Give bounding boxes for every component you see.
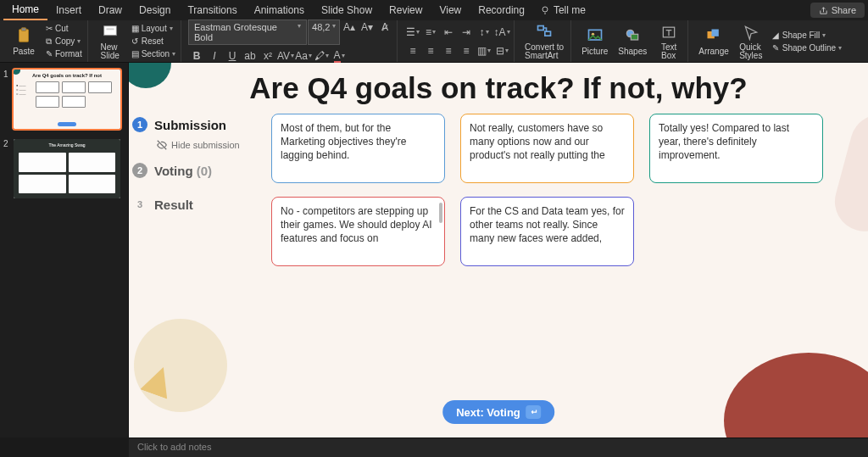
submission-card[interactable]: Most of them, but for the Marketing obje… — [271, 114, 445, 183]
change-case-icon[interactable]: Aa▾ — [295, 48, 312, 64]
layout-button[interactable]: ▦Layout▾ — [129, 22, 177, 35]
submission-cards: Most of them, but for the Marketing obje… — [271, 114, 860, 266]
number-list-icon[interactable]: ≡▾ — [422, 25, 439, 40]
reset-icon: ↺ — [131, 36, 140, 46]
textbox-button[interactable]: Text Box — [654, 21, 684, 62]
quick-styles-button[interactable]: Quick Styles — [736, 21, 766, 62]
font-color-icon[interactable]: A▾ — [331, 48, 348, 64]
ribbon: Paste ✂Cut ⧉Copy▾ ✎Format New Slide ▦Lay… — [0, 20, 868, 63]
underline-icon[interactable]: U — [224, 48, 241, 64]
section-button[interactable]: ▤Section▾ — [129, 47, 177, 60]
bullet-list-icon[interactable]: ☰▾ — [404, 25, 421, 40]
submission-card[interactable]: Totally yes! Compared to last year, ther… — [649, 114, 823, 183]
picture-button[interactable]: Picture — [578, 25, 611, 58]
tab-view[interactable]: View — [431, 1, 470, 20]
hide-submission-button[interactable]: Hide submission — [156, 139, 259, 151]
submission-card[interactable]: For the CS and Data team yes, for other … — [460, 197, 634, 266]
step-number: 3 — [132, 197, 147, 212]
group-insert: Picture Shapes Text Box — [575, 20, 688, 62]
group-smartart: Convert to SmartArt — [518, 20, 571, 62]
smartart-icon — [535, 23, 554, 42]
cut-button[interactable]: ✂Cut — [42, 22, 84, 35]
line-spacing-icon[interactable]: ↕▾ — [476, 25, 492, 40]
tab-design[interactable]: Design — [131, 1, 179, 20]
copy-icon: ⧉ — [44, 36, 53, 46]
reset-button[interactable]: ↺Reset — [129, 35, 177, 47]
submission-card[interactable]: Not really, customers have so many optio… — [460, 114, 634, 183]
tab-home[interactable]: Home — [3, 0, 47, 20]
tab-recording[interactable]: Recording — [470, 1, 533, 20]
next-voting-button[interactable]: Next: Voting — [442, 400, 554, 424]
shapes-button[interactable]: Shapes — [615, 25, 650, 58]
paste-label: Paste — [13, 47, 35, 56]
slide-title[interactable]: Are Q4 goals on track? If not, why? — [129, 71, 868, 105]
tab-review[interactable]: Review — [381, 1, 431, 20]
italic-icon[interactable]: I — [206, 48, 223, 64]
slide-number: 1 — [3, 70, 10, 129]
new-slide-label: New Slide — [101, 43, 120, 60]
subscript-icon[interactable]: x² — [259, 48, 276, 64]
highlight-icon[interactable]: 🖍▾ — [313, 48, 330, 64]
thumbnail-1[interactable]: Are Q4 goals on track? If not ● ——○ ——○ … — [14, 70, 120, 129]
enter-key-icon — [526, 405, 541, 419]
tab-animations[interactable]: Animations — [246, 1, 313, 20]
clear-format-icon[interactable]: A̷ — [376, 20, 393, 35]
tab-transitions[interactable]: Transitions — [179, 1, 245, 20]
slide-canvas[interactable]: Are Q4 goals on track? If not, why? 1 Su… — [129, 63, 868, 437]
share-icon — [819, 6, 828, 15]
svg-rect-6 — [545, 31, 551, 36]
group-arrange: Arrange Quick Styles ◢Shape Fill▾ ✎Shape… — [692, 20, 847, 62]
format-button[interactable]: ✎Format — [42, 47, 84, 60]
textbox-icon — [659, 23, 678, 42]
align-text-icon[interactable]: ⊟▾ — [493, 43, 510, 59]
font-name-selector[interactable]: Eastman Grotesque Bold▾ — [188, 20, 307, 45]
eye-off-icon — [156, 139, 168, 151]
step-result[interactable]: 3 Result — [132, 197, 259, 212]
align-right-icon[interactable]: ≡ — [440, 43, 457, 59]
tab-draw[interactable]: Draw — [90, 1, 131, 20]
font-size-selector[interactable]: 48,2▾ — [308, 20, 340, 45]
tab-insert[interactable]: Insert — [47, 1, 90, 20]
decrease-indent-icon[interactable]: ⇤ — [440, 25, 457, 40]
tell-me[interactable]: Tell me — [540, 4, 586, 16]
step-voting[interactable]: 2 Voting (0) — [132, 163, 259, 178]
decrease-font-icon[interactable]: A▾ — [359, 20, 376, 35]
main-area: 1 Are Q4 goals on track? If not ● ——○ ——… — [0, 63, 868, 437]
justify-icon[interactable]: ≡ — [458, 43, 475, 59]
thumbnail-2[interactable]: The Amazing Swag — [14, 139, 120, 198]
shape-fill-button[interactable]: ◢Shape Fill▾ — [770, 29, 843, 42]
align-left-icon[interactable]: ≡ — [404, 43, 421, 59]
slide-thumbnails[interactable]: 1 Are Q4 goals on track? If not ● ——○ ——… — [0, 63, 129, 437]
align-center-icon[interactable]: ≡ — [422, 43, 439, 59]
svg-rect-4 — [106, 28, 114, 30]
new-slide-icon — [101, 23, 120, 42]
share-label: Share — [832, 5, 856, 15]
new-slide-button[interactable]: New Slide — [95, 21, 125, 62]
svg-rect-5 — [538, 25, 544, 30]
share-button[interactable]: Share — [810, 3, 865, 18]
increase-font-icon[interactable]: A▴ — [341, 20, 358, 35]
submission-card[interactable]: No - competitors are stepping up their g… — [271, 197, 445, 266]
bold-icon[interactable]: B — [188, 48, 205, 64]
notes-panel[interactable]: Click to add notes — [129, 437, 868, 457]
decor-circle — [134, 319, 227, 412]
lightbulb-icon — [540, 5, 550, 15]
columns-icon[interactable]: ▥▾ — [476, 43, 492, 59]
shape-outline-button[interactable]: ✎Shape Outline▾ — [770, 42, 843, 54]
tab-slideshow[interactable]: Slide Show — [313, 1, 381, 20]
shapes-icon — [623, 26, 642, 45]
copy-button[interactable]: ⧉Copy▾ — [42, 35, 84, 47]
arrange-button[interactable]: Arrange — [695, 25, 732, 58]
slide-number: 2 — [3, 139, 10, 198]
ribbon-tabs: Home Insert Draw Design Transitions Anim… — [0, 0, 868, 20]
svg-rect-2 — [21, 28, 26, 31]
increase-indent-icon[interactable]: ⇥ — [458, 25, 475, 40]
spacing-icon[interactable]: AV▾ — [277, 48, 294, 64]
text-direction-icon[interactable]: ↕A▾ — [493, 25, 510, 40]
paste-button[interactable]: Paste — [8, 25, 39, 58]
strike-icon[interactable]: ab — [242, 48, 259, 64]
group-clipboard: Paste ✂Cut ⧉Copy▾ ✎Format — [5, 20, 88, 62]
step-submission[interactable]: 1 Submission — [132, 117, 259, 132]
convert-smartart-button[interactable]: Convert to SmartArt — [521, 21, 567, 62]
pen-icon: ✎ — [771, 43, 781, 53]
